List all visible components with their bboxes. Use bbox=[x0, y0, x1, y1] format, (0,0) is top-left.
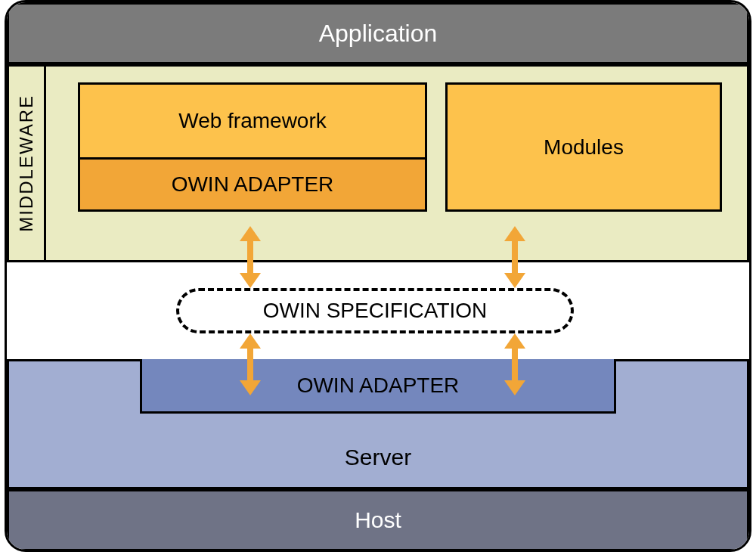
arrow-shaft bbox=[247, 349, 253, 380]
web-framework-label: Web framework bbox=[178, 109, 327, 133]
owin-specification-block: OWIN SPECIFICATION bbox=[176, 288, 574, 333]
server-label: Server bbox=[345, 445, 411, 470]
arrowhead-down-icon bbox=[240, 380, 261, 395]
owin-adapter-middleware-label: OWIN ADAPTER bbox=[172, 172, 334, 197]
arrowhead-down-icon bbox=[504, 273, 525, 288]
owin-adapter-server-label: OWIN ADAPTER bbox=[297, 374, 460, 398]
owin-architecture-diagram: Application MIDDLEWARE Web framework OWI… bbox=[0, 0, 756, 558]
arrowhead-up-icon bbox=[504, 226, 525, 241]
owin-specification-label: OWIN SPECIFICATION bbox=[263, 299, 488, 323]
middleware-side-label-container: MIDDLEWARE bbox=[7, 64, 46, 262]
modules-label: Modules bbox=[544, 135, 624, 160]
application-label: Application bbox=[319, 20, 438, 48]
arrowhead-up-icon bbox=[504, 333, 525, 349]
host-label: Host bbox=[355, 507, 401, 533]
application-layer: Application bbox=[7, 2, 749, 64]
arrowhead-up-icon bbox=[240, 333, 261, 349]
arrowhead-up-icon bbox=[240, 226, 261, 241]
arrowhead-down-icon bbox=[504, 380, 525, 395]
web-framework-block: Web framework bbox=[78, 82, 427, 160]
diagram-outer-frame: Application MIDDLEWARE Web framework OWI… bbox=[5, 0, 751, 552]
modules-block: Modules bbox=[445, 82, 722, 212]
arrow-shaft bbox=[512, 241, 518, 273]
arrow-shaft bbox=[512, 349, 518, 380]
arrow-shaft bbox=[247, 241, 253, 273]
arrowhead-down-icon bbox=[240, 273, 261, 288]
owin-adapter-server-block: OWIN ADAPTER bbox=[140, 359, 616, 414]
owin-adapter-middleware-block: OWIN ADAPTER bbox=[78, 157, 427, 212]
middleware-side-label: MIDDLEWARE bbox=[16, 95, 37, 232]
host-layer: Host bbox=[7, 489, 749, 551]
